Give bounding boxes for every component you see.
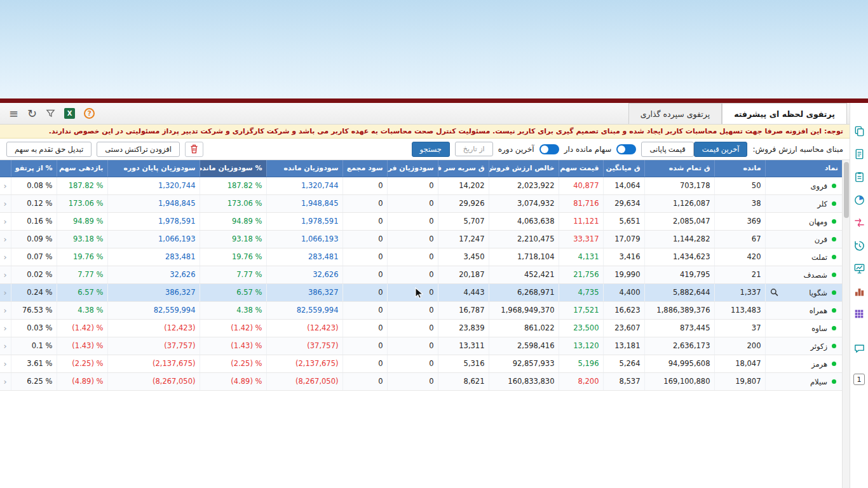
column-header[interactable]: سودوزیان مانده: [266, 160, 342, 177]
refresh-icon[interactable]: ↻: [27, 108, 37, 119]
symbol-name[interactable]: زکوثر: [810, 341, 827, 350]
symbol-name[interactable]: سیلام: [810, 377, 827, 386]
symbol-cell: ومهان: [765, 212, 842, 230]
column-header[interactable]: خالص ارزش فروش: [489, 160, 559, 177]
table-row[interactable]: سیلام19,807169,100,8808,5378,200160,833,…: [0, 372, 842, 390]
magnifier-icon[interactable]: [770, 288, 778, 297]
tab-depository-portfolio[interactable]: پرتفوی سپرده گذاری: [628, 103, 722, 124]
row-expander[interactable]: ‹: [0, 372, 11, 390]
sale_pl-cell: 0: [387, 177, 438, 194]
monitor-chart-icon[interactable]: [853, 262, 865, 274]
table-row[interactable]: شگویا1,3375,882,6444,4004,7356,268,9714,…: [0, 283, 842, 301]
shuffle-icon[interactable]: [853, 216, 865, 229]
net-cell: 92,857,933: [489, 355, 559, 372]
symbol-name[interactable]: فروی: [811, 181, 827, 190]
table-row[interactable]: همراه113,4831,886,389,37616,62317,5211,9…: [0, 301, 842, 319]
menu-icon[interactable]: ≡: [9, 108, 18, 119]
row-expander[interactable]: ‹: [0, 248, 11, 266]
pie-chart-icon[interactable]: [853, 193, 865, 206]
invoice-icon[interactable]: [853, 147, 865, 160]
table-row[interactable]: شصدف21419,79519,99021,756452,42120,18700…: [0, 266, 842, 283]
symbol-name[interactable]: کلر: [817, 199, 827, 208]
table-row[interactable]: قرن671,144,28217,07933,3172,210,47517,24…: [0, 230, 842, 248]
convert-rights-button[interactable]: تبدیل حق تقدم به سهم: [6, 142, 92, 157]
closing-price-button[interactable]: قیمت پایانی: [641, 142, 693, 157]
row-expander[interactable]: ‹: [0, 337, 11, 355]
symbol-name[interactable]: شصدف: [803, 270, 827, 279]
add-manual-transaction-button[interactable]: افزودن تراکنش دستی: [97, 142, 180, 157]
row-expander[interactable]: ‹: [0, 212, 11, 230]
row-expander[interactable]: ‹: [0, 355, 11, 372]
delete-button[interactable]: [185, 142, 203, 157]
table-row[interactable]: زکوثر2002,636,17313,18113,1202,598,41613…: [0, 337, 842, 355]
basis-label: مبنای محاسبه ارزش فروش:: [752, 145, 843, 154]
vertical-scrollbar[interactable]: [842, 160, 850, 488]
search-button[interactable]: جستجو: [412, 142, 450, 157]
price-cell: 8,200: [559, 372, 603, 390]
sale_pl-cell: 0: [387, 337, 438, 355]
column-header[interactable]: سود مجمع: [342, 160, 387, 177]
table-row[interactable]: ومهان3692,085,0475,65111,1214,063,6385,7…: [0, 212, 842, 230]
table-row[interactable]: ساوه37873,44523,60723,500861,02223,83900…: [0, 319, 842, 337]
remain_pl-cell: 82,559,994: [266, 301, 342, 319]
table-row[interactable]: فروی50703,17814,06440,8772,023,92214,202…: [0, 177, 842, 194]
symbol-name[interactable]: ومهان: [809, 217, 827, 226]
filter-icon[interactable]: [46, 109, 55, 118]
last-period-toggle[interactable]: [539, 144, 559, 154]
remain_pct-cell: (4.89) %: [200, 372, 266, 390]
grid-apps-icon[interactable]: [853, 308, 865, 320]
from-date-input[interactable]: [455, 142, 493, 156]
row-expander[interactable]: ‹: [0, 301, 11, 319]
period_pl-cell: (8,267,050): [107, 372, 200, 390]
excel-export-icon[interactable]: X: [64, 108, 75, 119]
history-icon[interactable]: [853, 239, 865, 252]
column-header[interactable]: ق میانگین: [603, 160, 644, 177]
row-expander[interactable]: ‹: [0, 266, 11, 283]
row-expander[interactable]: ‹: [0, 283, 11, 301]
balance-shares-toggle[interactable]: [616, 144, 636, 154]
counter-badge[interactable]: 1: [853, 374, 865, 385]
price-cell: 4,131: [559, 248, 603, 266]
symbol-cell: قرن: [765, 230, 842, 248]
clipboard-list-icon[interactable]: [853, 170, 865, 183]
column-header[interactable]: ق تمام شده: [644, 160, 714, 177]
status-dot-icon: [832, 255, 836, 259]
column-header[interactable]: مانده: [714, 160, 765, 177]
copy-portfolio-icon[interactable]: [853, 125, 865, 137]
portfolio_pct-cell: 0.12 %: [11, 194, 57, 212]
table-row[interactable]: کلر381,126,08729,63481,7163,074,93229,92…: [0, 194, 842, 212]
return_pct-cell: 93.18 %: [57, 230, 107, 248]
column-header[interactable]: قیمت سهم: [559, 160, 603, 177]
symbol-name[interactable]: تملت: [811, 252, 827, 261]
symbol-name[interactable]: قرن: [815, 234, 827, 243]
symbol-name[interactable]: همراه: [810, 306, 827, 315]
table-row[interactable]: تملت4201,434,6233,4164,1311,718,1043,450…: [0, 248, 842, 266]
column-header[interactable]: ق سربه سر فروش: [438, 160, 489, 177]
column-header[interactable]: بازدهی سهم: [57, 160, 107, 177]
avg-cell: 29,634: [603, 194, 644, 212]
help-icon[interactable]: ?: [84, 108, 95, 119]
row-expander[interactable]: ‹: [0, 177, 11, 194]
row-expander[interactable]: ‹: [0, 319, 11, 337]
chat-icon[interactable]: [853, 342, 865, 355]
last-price-button[interactable]: آخرین قیمت: [694, 142, 748, 157]
table-row[interactable]: هرمز18,04794,995,6085,2645,19692,857,933…: [0, 355, 842, 372]
column-header[interactable]: سودوزیان پایان دوره: [107, 160, 200, 177]
row-expander[interactable]: ‹: [0, 194, 11, 212]
symbol-cell: شصدف: [765, 266, 842, 283]
column-header[interactable]: نماد: [765, 160, 842, 177]
bar-chart-icon[interactable]: [853, 285, 865, 297]
cost-cell: 169,100,880: [644, 372, 714, 390]
column-header[interactable]: % از پرتفو: [11, 160, 57, 177]
net-cell: 3,074,932: [489, 194, 559, 212]
symbol-name[interactable]: شگویا: [809, 288, 827, 297]
column-header[interactable]: % سودوزیان مانده: [200, 160, 266, 177]
price-cell: 5,196: [559, 355, 603, 372]
symbol-name[interactable]: هرمز: [811, 359, 827, 368]
symbol-name[interactable]: ساوه: [811, 323, 827, 332]
scrollbar-thumb[interactable]: [844, 162, 849, 218]
column-header[interactable]: سودوزیان فروش: [387, 160, 438, 177]
return_pct-cell: (4.89) %: [57, 372, 107, 390]
tab-advanced-portfolio[interactable]: پرتفوی لحظه ای پیشرفته: [722, 103, 847, 124]
row-expander[interactable]: ‹: [0, 230, 11, 248]
